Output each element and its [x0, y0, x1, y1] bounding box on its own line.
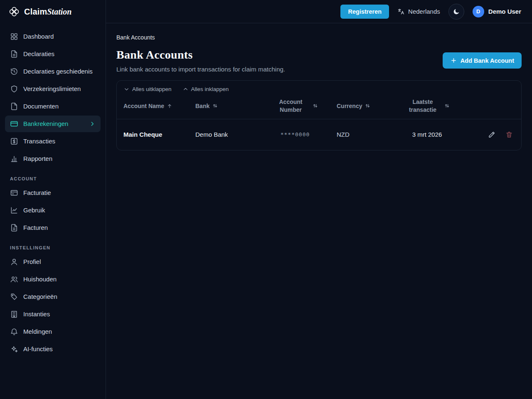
moon-icon — [453, 8, 460, 15]
table-header-row: Account Name Bank Account Number — [117, 95, 521, 119]
bell-icon — [10, 328, 18, 336]
dollar-icon — [10, 137, 18, 145]
sidebar-item-label: Instanties — [23, 310, 96, 318]
brand-second: Station — [47, 7, 71, 16]
cell-account-number: ****0000 — [258, 131, 332, 138]
edit-button[interactable] — [486, 129, 497, 140]
register-button[interactable]: Registreren — [340, 5, 389, 19]
billing-card-icon — [10, 189, 18, 197]
sidebar-item-facturatie[interactable]: Facturatie — [5, 185, 101, 201]
sidebar-item-gebruik[interactable]: Gebruik — [5, 202, 101, 219]
page-header: Bank Accounts Link bank accounts to impo… — [116, 48, 522, 73]
section-label-instellingen: INSTELLINGEN — [0, 237, 106, 253]
column-header-currency[interactable]: Currency — [332, 103, 387, 109]
dark-mode-toggle[interactable] — [448, 4, 464, 20]
sort-icon — [212, 103, 218, 109]
brand-logo[interactable]: ClaimStation — [0, 0, 106, 23]
shield-icon — [10, 85, 18, 93]
sidebar-item-label: Verzekeringslimieten — [23, 85, 96, 93]
sidebar-item-label: AI-functies — [23, 345, 96, 353]
user-icon — [10, 258, 18, 266]
sidebar-item-transacties[interactable]: Transacties — [5, 133, 101, 150]
column-header-account-number[interactable]: Account Number — [258, 98, 332, 114]
row-actions — [468, 129, 515, 140]
credit-card-icon — [10, 120, 18, 128]
sidebar-item-label: Huishouden — [23, 275, 96, 283]
collapse-all-button[interactable]: Alles inklappen — [182, 86, 229, 92]
breadcrumb[interactable]: Bank Accounts — [116, 34, 522, 41]
cell-bank: Demo Bank — [195, 131, 258, 138]
dashboard-icon — [10, 32, 18, 41]
cell-last-transaction: 3 mrt 2026 — [387, 131, 468, 138]
page-header-text: Bank Accounts Link bank accounts to impo… — [116, 48, 285, 73]
sort-icon — [444, 103, 450, 109]
column-label: Laatste transactie — [404, 98, 441, 114]
sidebar-item-label: Categorieën — [23, 293, 96, 301]
delete-button[interactable] — [504, 129, 515, 140]
column-label: Account Number — [272, 98, 310, 114]
sidebar-item-bankrekeningen[interactable]: Bankrekeningen — [5, 116, 101, 132]
column-header-laatste-transactie[interactable]: Laatste transactie — [387, 98, 468, 114]
sidebar-item-instanties[interactable]: Instanties — [5, 306, 101, 323]
sidebar-nav: Dashboard Declaraties Declaraties geschi… — [0, 23, 106, 358]
bar-chart-icon — [10, 155, 18, 163]
sidebar-item-meldingen[interactable]: Meldingen — [5, 323, 101, 340]
sidebar-item-label: Meldingen — [23, 328, 96, 336]
document-icon — [10, 50, 18, 58]
sidebar-item-label: Dashboard — [23, 32, 96, 41]
language-selector[interactable]: Nederlands — [397, 8, 440, 15]
sidebar-item-dashboard[interactable]: Dashboard — [5, 28, 101, 45]
table-controls: Alles uitklappen Alles inklappen — [117, 81, 521, 95]
user-menu[interactable]: D Demo User — [473, 6, 521, 17]
sidebar-item-declaraties-geschiedenis[interactable]: Declaraties geschiedenis — [5, 63, 101, 80]
expand-all-button[interactable]: Alles uitklappen — [123, 86, 172, 92]
sidebar-item-categorieen[interactable]: Categorieën — [5, 288, 101, 305]
sidebar-item-facturen[interactable]: Facturen — [5, 219, 101, 236]
add-bank-account-label: Add Bank Account — [461, 57, 514, 64]
section-label-account: ACCOUNT — [0, 168, 106, 184]
sidebar-item-label: Facturatie — [23, 189, 96, 197]
sidebar-item-declaraties[interactable]: Declaraties — [5, 46, 101, 62]
sidebar-item-label: Documenten — [23, 102, 96, 111]
sidebar-item-huishouden[interactable]: Huishouden — [5, 271, 101, 288]
sidebar-item-label: Bankrekeningen — [23, 120, 84, 128]
column-label: Currency — [337, 103, 362, 109]
cell-currency: NZD — [332, 131, 387, 138]
sidebar-item-label: Declaraties geschiedenis — [23, 67, 96, 76]
app-window: ClaimStation Dashboard Declaraties Decla… — [0, 0, 532, 399]
column-header-bank[interactable]: Bank — [195, 103, 258, 109]
sidebar-item-verzekeringslimieten[interactable]: Verzekeringslimieten — [5, 81, 101, 97]
sidebar-item-ai-functies[interactable]: AI-functies — [5, 341, 101, 357]
brand-first: Claim — [24, 7, 47, 16]
sidebar-item-documenten[interactable]: Documenten — [5, 98, 101, 115]
pencil-icon — [488, 131, 495, 138]
brand-name: ClaimStation — [24, 7, 71, 17]
column-label: Account Name — [123, 103, 164, 109]
page-subtitle: Link bank accounts to import transaction… — [116, 66, 285, 73]
flower-logo-icon — [8, 6, 20, 17]
column-header-account-name[interactable]: Account Name — [123, 103, 195, 109]
trash-icon — [505, 131, 513, 138]
top-bar: Registreren Nederlands D Demo User — [106, 0, 532, 23]
users-icon — [10, 275, 18, 283]
collapse-all-label: Alles inklappen — [191, 86, 229, 92]
column-label: Bank — [195, 103, 209, 109]
history-icon — [10, 67, 18, 76]
sidebar-item-profiel[interactable]: Profiel — [5, 254, 101, 270]
sort-ascending-icon — [167, 103, 172, 109]
sidebar-item-label: Transacties — [23, 137, 96, 145]
language-label: Nederlands — [408, 8, 440, 15]
sort-icon — [365, 103, 371, 109]
invoice-icon — [10, 224, 18, 232]
sparkles-icon — [10, 345, 18, 353]
chevron-right-icon — [89, 121, 96, 127]
table-row: Main Cheque Demo Bank ****0000 NZD 3 mrt… — [117, 119, 521, 150]
sidebar-item-rapporten[interactable]: Rapporten — [5, 150, 101, 167]
sidebar-item-label: Facturen — [23, 224, 96, 232]
building-icon — [10, 310, 18, 318]
add-bank-account-button[interactable]: Add Bank Account — [443, 52, 522, 69]
chevron-down-icon — [123, 86, 130, 92]
sidebar-item-label: Profiel — [23, 258, 96, 266]
user-name: Demo User — [488, 8, 521, 15]
expand-all-label: Alles uitklappen — [132, 86, 172, 92]
